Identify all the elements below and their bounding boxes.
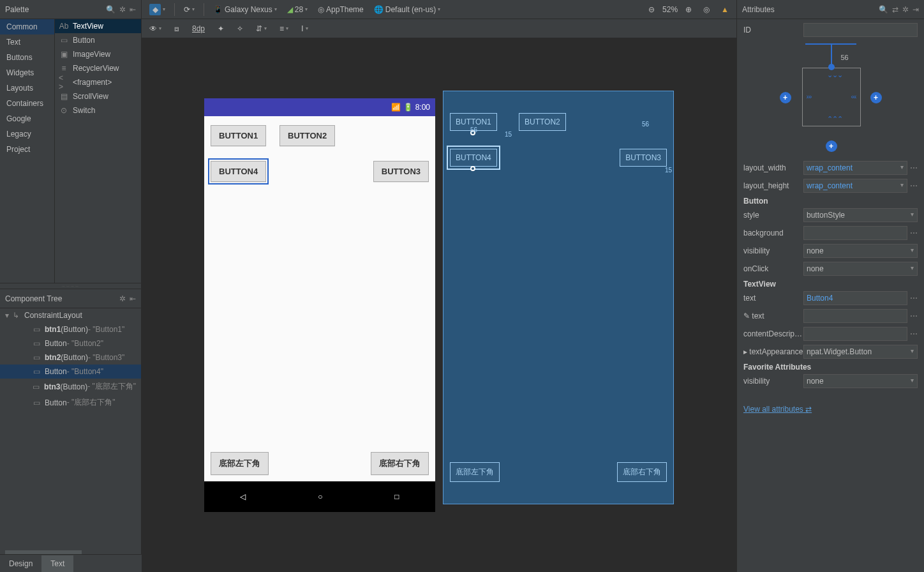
palette-cat-project[interactable]: Project: [0, 142, 54, 157]
palette-item-imageview[interactable]: ▣ImageView: [55, 47, 141, 61]
constraint-handle[interactable]: [470, 166, 475, 171]
more-icon[interactable]: ⋯: [910, 181, 918, 190]
preview-button1[interactable]: BUTTON1: [211, 125, 266, 146]
tab-text[interactable]: Text: [41, 555, 73, 572]
view-all-attributes-link[interactable]: View all attributes ⇄: [743, 405, 812, 414]
tree-node-suffix: - "Button1": [88, 325, 124, 334]
palette-item-switch[interactable]: ⊙Switch: [55, 103, 141, 117]
collapse-icon[interactable]: ⇤: [130, 5, 136, 14]
palette-item-textview[interactable]: AbTextView: [55, 19, 141, 33]
tree-node[interactable]: ▭btn3 (Button) - "底部左下角": [0, 379, 141, 395]
orientation-button[interactable]: ⟳▾: [180, 3, 198, 16]
surface-select-button[interactable]: ◆▾: [145, 2, 169, 17]
eye-icon[interactable]: 👁▾: [145, 22, 165, 35]
palette-item-fragment[interactable]: < ><fragment>: [55, 75, 141, 89]
constraint-anchor-top[interactable]: [828, 64, 835, 70]
textappearance-select[interactable]: npat.Widget.Button: [803, 345, 918, 359]
design-area[interactable]: 📶 🔋 8:00 BUTTON1 BUTTON2 BUTTON3 BUTTON4…: [142, 38, 736, 572]
bp-button6[interactable]: 底部右下角: [617, 462, 667, 482]
collapse-icon[interactable]: ⇥: [913, 5, 919, 14]
zoom-fit-button[interactable]: ◎: [699, 3, 713, 16]
api-select[interactable]: ◢28▾: [283, 3, 311, 16]
more-icon[interactable]: ⋯: [910, 312, 918, 320]
gear-icon[interactable]: ✲: [902, 5, 909, 14]
bp-button3[interactable]: BUTTON3: [620, 149, 667, 167]
preview-button5[interactable]: 底部左下角: [211, 452, 269, 475]
fav-visibility-select[interactable]: none: [803, 374, 918, 388]
search-icon[interactable]: 🔍: [879, 5, 888, 14]
layout-width-select[interactable]: wrap_content: [803, 161, 907, 175]
locale-select[interactable]: 🌐Default (en-us)▾: [370, 3, 444, 16]
infer-constraints-icon[interactable]: ✧: [233, 22, 247, 35]
palette-cat-common[interactable]: Common: [0, 19, 54, 34]
gear-icon[interactable]: ✲: [119, 5, 126, 14]
magnet-icon[interactable]: ⧈: [170, 22, 183, 35]
tree-node[interactable]: ▭btn1 (Button) - "Button1": [0, 322, 141, 336]
palette-cat-layouts[interactable]: Layouts: [0, 80, 54, 96]
layout-height-select[interactable]: wrap_content: [803, 179, 907, 193]
palette-cat-widgets[interactable]: Widgets: [0, 65, 54, 80]
bp-button2[interactable]: BUTTON2: [519, 113, 566, 131]
attr-id-input[interactable]: [803, 23, 918, 37]
drag-handle[interactable]: ┄┄┄┄: [0, 283, 141, 289]
more-icon[interactable]: ⋯: [910, 294, 918, 303]
palette-cat-buttons[interactable]: Buttons: [0, 50, 54, 65]
palette-cat-legacy[interactable]: Legacy: [0, 126, 54, 142]
pack-icon[interactable]: ⇵▾: [252, 22, 271, 35]
contentdesc-input[interactable]: [803, 327, 907, 341]
preview-button6[interactable]: 底部右下角: [371, 452, 429, 475]
bp-button5[interactable]: 底部左下角: [450, 462, 500, 482]
align-icon[interactable]: ≡▾: [276, 22, 292, 35]
text-input[interactable]: [803, 291, 907, 305]
onclick-select[interactable]: none: [803, 262, 918, 276]
tree-root[interactable]: ▾↳ConstraintLayout: [0, 308, 141, 322]
button-icon: ▭: [33, 325, 42, 334]
default-margin[interactable]: 8dp: [188, 22, 209, 35]
palette-cat-google[interactable]: Google: [0, 111, 54, 126]
palette-item-scrollview[interactable]: ▤ScrollView: [55, 89, 141, 103]
constraint-margin-top: 56: [841, 54, 849, 61]
search-icon[interactable]: 🔍: [106, 5, 116, 14]
collapse-icon[interactable]: ⇤: [130, 294, 136, 303]
add-left-constraint[interactable]: +: [780, 92, 791, 103]
warning-icon[interactable]: ▲: [717, 3, 733, 16]
home-icon[interactable]: ○: [318, 492, 322, 501]
layout-surface[interactable]: BUTTON1 BUTTON2 BUTTON3 BUTTON4 底部左下角 底部…: [204, 116, 435, 481]
tree-node[interactable]: ▭btn2 (Button) - "Button3": [0, 350, 141, 365]
tree-node-suffix: - "Button3": [88, 353, 124, 362]
recent-icon[interactable]: □: [394, 492, 399, 501]
constraint-widget[interactable]: 56 ⌄⌄⌄ ››› ‹‹‹ ⌃⌃⌃ + + +: [767, 43, 895, 152]
zoom-out-button[interactable]: ⊖: [645, 3, 659, 16]
blueprint-preview[interactable]: BUTTON1 BUTTON2 BUTTON3 BUTTON4 底部左下角 底部…: [443, 91, 674, 504]
more-icon[interactable]: ⋯: [910, 329, 918, 338]
bp-button4[interactable]: BUTTON4: [450, 149, 497, 167]
add-bottom-constraint[interactable]: +: [826, 140, 837, 152]
more-icon[interactable]: ⋯: [910, 163, 918, 172]
constraint-box: ⌄⌄⌄ ››› ‹‹‹ ⌃⌃⌃: [802, 68, 861, 126]
guideline-icon[interactable]: Ⅰ▾: [297, 22, 312, 35]
palette-cat-text[interactable]: Text: [0, 34, 54, 50]
tab-design[interactable]: Design: [0, 555, 41, 572]
button-icon: ▭: [33, 398, 42, 407]
theme-select[interactable]: ◎AppTheme: [314, 3, 368, 16]
tree-node[interactable]: ▭Button - "底部右下角": [0, 395, 141, 410]
style-select[interactable]: buttonStyle: [803, 208, 918, 222]
add-right-constraint[interactable]: +: [870, 92, 882, 103]
clear-constraints-icon[interactable]: ✦: [214, 22, 228, 35]
swap-icon[interactable]: ⇄: [892, 5, 898, 14]
more-icon[interactable]: ⋯: [910, 229, 918, 237]
back-icon[interactable]: ◁: [240, 492, 246, 501]
preview-button2[interactable]: BUTTON2: [279, 125, 335, 146]
visibility-select[interactable]: none: [803, 244, 918, 258]
preview-button3[interactable]: BUTTON3: [373, 161, 429, 182]
zoom-in-button[interactable]: ⊕: [682, 3, 696, 16]
tree-node-selected[interactable]: ▭Button - "Button4": [0, 365, 141, 379]
palette-item-button[interactable]: ▭Button: [55, 33, 141, 47]
device-select[interactable]: 📱Galaxy Nexus▾: [209, 3, 281, 16]
palette-cat-containers[interactable]: Containers: [0, 96, 54, 111]
background-input[interactable]: [803, 226, 907, 240]
gear-icon[interactable]: ✲: [119, 294, 126, 303]
tree-node[interactable]: ▭Button - "Button2": [0, 336, 141, 350]
preview-button4[interactable]: BUTTON4: [211, 161, 266, 182]
text-tools-input[interactable]: [803, 309, 907, 323]
